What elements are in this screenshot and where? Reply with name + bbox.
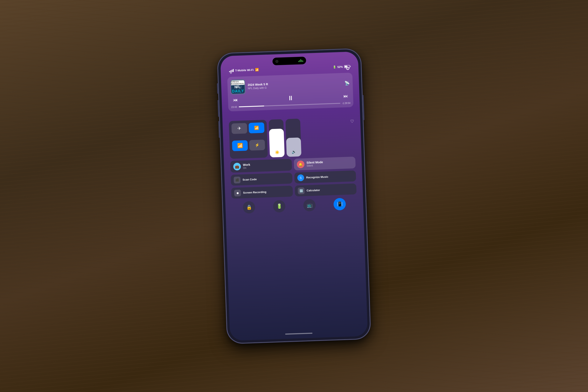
focus-mode-button[interactable]: 💼 Work On	[230, 159, 292, 172]
time-remaining: -1:29:54	[342, 102, 350, 104]
remote-icon: 📺	[306, 202, 312, 208]
briefcase-icon: 💼	[235, 164, 240, 168]
bluetooth-icon: ⚡	[255, 142, 260, 148]
brightness-icon: ☀️	[275, 150, 280, 155]
bluetooth-button[interactable]: ⚡	[249, 140, 265, 150]
vibrate-icon: 📳	[337, 201, 343, 207]
progress-bar-container[interactable]	[238, 103, 340, 107]
power-icon: ⏻	[346, 66, 350, 70]
shazam-icon: S	[297, 174, 304, 181]
focus-text: Work On	[243, 163, 250, 170]
orientation-lock-button[interactable]: 🔒	[243, 201, 255, 214]
scan-code-button[interactable]: ⬛ Scan Code	[230, 172, 292, 186]
airplane-mode-button[interactable]: ✈	[232, 123, 248, 134]
wifi-icon: 📶	[255, 68, 259, 72]
calc-icon: 🔢	[299, 189, 303, 192]
phone-device: T-Mobile Wi-Fi 📶 🔋 52% + ⏻ GREG	[218, 49, 370, 343]
artwork-daily-text: DAILY	[232, 89, 244, 94]
bell-slash-icon: 🔔	[298, 162, 303, 166]
airdrop-icon: 📶	[254, 125, 259, 130]
activity-bar-3	[300, 59, 301, 62]
battery-display-icon: 🔋	[276, 204, 282, 209]
status-bar: T-Mobile Wi-Fi 📶 🔋 52%	[229, 65, 350, 72]
add-button[interactable]: +	[230, 70, 232, 76]
volume-slider[interactable]: 🔊	[286, 118, 301, 157]
activity-indicator	[298, 59, 303, 62]
scan-code-label: Scan Code	[242, 178, 257, 182]
sliders-block: ☀️ 🔊	[268, 117, 349, 157]
front-camera	[275, 60, 278, 63]
recognize-music-button[interactable]: S Recognize Music	[294, 170, 356, 183]
activity-bar-4	[301, 60, 302, 62]
shazam-logo-icon: S	[300, 176, 302, 179]
wifi-icon-btn: 📶	[237, 143, 243, 148]
airplane-icon: ✈	[237, 126, 241, 131]
connectivity-block: ✈ 📶 📶 ⚡	[229, 120, 268, 159]
focus-sublabel: On	[243, 166, 250, 170]
bottom-icons-row: 🔒 🔋 📺 📳	[232, 197, 357, 214]
cc-row-2: 💼 Work On 🔔 Silent Mode Silent	[230, 156, 356, 172]
recognize-music-label: Recognize Music	[306, 175, 328, 179]
wifi-button[interactable]: 📶	[232, 140, 248, 151]
signal-wifi-group: T-Mobile Wi-Fi 📶	[229, 68, 259, 72]
scan-code-icon: ⬛	[234, 176, 241, 183]
remote-button[interactable]: 📺	[303, 199, 316, 212]
fast-forward-button[interactable]: ⏭	[343, 93, 348, 99]
silent-mode-button[interactable]: 🔔 Silent Mode Silent	[294, 156, 356, 170]
now-playing-info: 2024 Week 5 R NFL Daily with G	[248, 80, 342, 90]
qr-icon: ⬛	[235, 178, 239, 182]
battery-widget-button[interactable]: 🔋	[273, 200, 286, 212]
pause-button[interactable]: ⏸	[287, 94, 294, 102]
airdrop-button[interactable]: 📶	[249, 122, 264, 133]
volume-icon: 🔊	[292, 149, 296, 154]
playback-controls: ⏮ ⏸ ⏭	[231, 92, 350, 104]
lock-rotation-icon: 🔒	[246, 204, 252, 210]
time-elapsed: 23:43	[231, 106, 237, 108]
silent-icon: 🔔	[297, 160, 304, 168]
record-dot-icon: ⏺	[236, 191, 239, 195]
focus-label: Work	[243, 163, 250, 166]
focus-icon: 💼	[233, 162, 241, 170]
cc-row-3: ⬛ Scan Code S Recognize Music	[230, 170, 356, 186]
rewind-button[interactable]: ⏮	[233, 97, 238, 103]
artwork-inner: GREGG ROSENTHAL NFL: DAILY	[230, 80, 245, 94]
heart-icon[interactable]: ♡	[350, 119, 354, 124]
favorites-area: ♡	[350, 116, 355, 154]
sim-icon: 🔋	[333, 65, 336, 69]
home-indicator	[285, 332, 312, 335]
vibrate-button[interactable]: 📳	[333, 198, 346, 210]
battery-percent: 52%	[337, 65, 343, 68]
calculator-label: Calculator	[306, 188, 320, 192]
silent-text: Silent Mode Silent	[306, 160, 323, 167]
activity-bar-1	[298, 61, 299, 62]
airplay-button[interactable]: 📡	[344, 80, 350, 86]
calculator-icon: 🔢	[298, 187, 305, 194]
activity-bar-2	[299, 60, 300, 62]
signal-bar-4	[233, 69, 234, 72]
phone-screen: T-Mobile Wi-Fi 📶 🔋 52% + ⏻ GREG	[220, 51, 368, 340]
artwork-greg-text: GREGG ROSENTHAL	[230, 80, 245, 85]
calculator-button[interactable]: 🔢 Calculator	[295, 183, 356, 196]
album-artwork: GREGG ROSENTHAL NFL: DAILY	[230, 79, 245, 94]
progress-fill	[238, 106, 264, 107]
screen-recording-label: Screen Recording	[243, 190, 266, 195]
artwork-nfl-text: NFL:	[234, 85, 241, 89]
brightness-slider[interactable]: ☀️	[268, 119, 284, 157]
control-center: ✈ 📶 📶 ⚡	[229, 116, 357, 214]
cc-row-1: ✈ 📶 📶 ⚡	[229, 116, 355, 159]
cc-row-4: ⏺ Screen Recording 🔢 Calculator	[231, 183, 356, 198]
carrier-label: T-Mobile Wi-Fi	[235, 68, 254, 72]
silent-sublabel: Silent	[306, 164, 323, 167]
screen-recording-icon: ⏺	[234, 190, 241, 196]
now-playing-widget[interactable]: GREGG ROSENTHAL NFL: DAILY 2024 Week 5 R…	[227, 72, 354, 111]
now-playing-top: GREGG ROSENTHAL NFL: DAILY 2024 Week 5 R…	[230, 76, 350, 94]
screen-recording-button[interactable]: ⏺ Screen Recording	[231, 186, 293, 198]
activity-bar-5	[302, 60, 303, 62]
dynamic-island	[272, 56, 306, 65]
